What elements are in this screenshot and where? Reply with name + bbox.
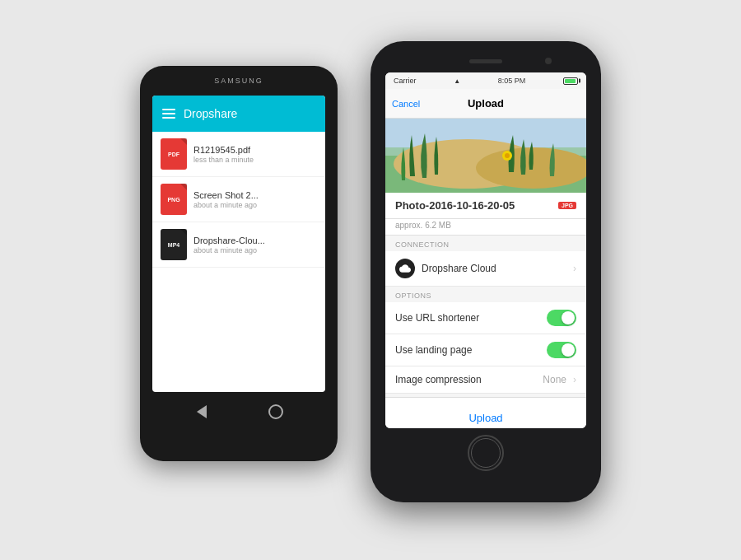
jpg-badge: JPG bbox=[558, 202, 576, 209]
list-item[interactable]: PNG Screen Shot 2... about a minute ago bbox=[152, 177, 325, 222]
landing-page-toggle[interactable] bbox=[547, 342, 576, 358]
file-info: Dropshare-Clou... about a minute ago bbox=[193, 236, 317, 254]
battery-icon bbox=[563, 77, 578, 85]
connection-label: Dropshare Cloud bbox=[422, 263, 566, 274]
file-name: Screen Shot 2... bbox=[193, 190, 317, 200]
app-title: Dropshare bbox=[184, 107, 237, 120]
android-brand-label: SAMSUNG bbox=[214, 77, 263, 85]
ios-nav-bar: Cancel Upload bbox=[385, 89, 586, 119]
iphone-camera bbox=[545, 58, 552, 64]
status-right bbox=[563, 77, 578, 85]
cancel-button[interactable]: Cancel bbox=[392, 99, 420, 109]
url-shortener-label: Use URL shortener bbox=[395, 312, 540, 324]
wifi-icon: ▲ bbox=[454, 77, 460, 85]
time-label: 8:05 PM bbox=[498, 77, 526, 85]
list-item[interactable]: MP4 Dropshare-Clou... about a minute ago bbox=[152, 222, 325, 268]
upload-btn-bar: Upload bbox=[385, 397, 586, 428]
home-button[interactable] bbox=[268, 404, 284, 420]
android-phone: SAMSUNG Dropshare PDF R1219545.pdf less … bbox=[140, 66, 338, 461]
mp4-icon: MP4 bbox=[161, 229, 187, 260]
iphone-screen: Carrier ▲ 8:05 PM Cancel Upload bbox=[385, 72, 586, 428]
upload-button[interactable]: Upload bbox=[395, 404, 576, 428]
list-item[interactable]: PDF R1219545.pdf less than a minute bbox=[152, 132, 325, 177]
chevron-right-icon: › bbox=[573, 263, 576, 274]
home-button-inner bbox=[471, 438, 501, 468]
file-info: Screen Shot 2... about a minute ago bbox=[193, 190, 317, 209]
photo-name: Photo-2016-10-16-20-05 bbox=[395, 199, 553, 212]
connection-section-label: CONNECTION bbox=[385, 236, 586, 251]
file-name: Dropshare-Clou... bbox=[193, 236, 317, 245]
android-top-bar: SAMSUNG bbox=[140, 66, 338, 92]
hamburger-icon[interactable] bbox=[162, 109, 175, 119]
file-time: about a minute ago bbox=[193, 201, 317, 209]
landing-page-label: Use landing page bbox=[395, 344, 540, 356]
home-button[interactable] bbox=[468, 435, 504, 471]
connection-row[interactable]: Dropshare Cloud › bbox=[385, 251, 586, 287]
options-section-label: OPTIONS bbox=[385, 287, 586, 302]
android-bottom-bar bbox=[140, 392, 338, 432]
iphone-speaker bbox=[469, 59, 502, 63]
carrier-label: Carrier bbox=[394, 77, 417, 85]
photo-size: approx. 6.2 MB bbox=[385, 219, 586, 236]
svg-point-6 bbox=[505, 153, 510, 158]
image-compression-label: Image compression bbox=[395, 374, 536, 385]
url-shortener-row[interactable]: Use URL shortener bbox=[385, 302, 586, 334]
landing-page-row[interactable]: Use landing page bbox=[385, 334, 586, 366]
ios-status-bar: Carrier ▲ 8:05 PM bbox=[385, 72, 586, 89]
phones-container: SAMSUNG Dropshare PDF R1219545.pdf less … bbox=[140, 41, 601, 519]
cloud-icon bbox=[395, 259, 415, 278]
url-shortener-toggle[interactable] bbox=[547, 310, 576, 326]
iphone-top bbox=[370, 49, 601, 72]
chevron-right-icon: › bbox=[573, 374, 576, 385]
image-compression-value: None bbox=[543, 374, 566, 385]
photo-header: Photo-2016-10-16-20-05 JPG bbox=[385, 193, 586, 219]
android-app-header: Dropshare bbox=[152, 96, 325, 132]
file-time: less than a minute bbox=[193, 156, 317, 164]
file-name: R1219545.pdf bbox=[193, 145, 317, 155]
back-button[interactable] bbox=[193, 404, 210, 420]
png-icon: PNG bbox=[161, 184, 187, 215]
pdf-icon: PDF bbox=[161, 138, 187, 170]
iphone: Carrier ▲ 8:05 PM Cancel Upload bbox=[370, 41, 601, 502]
image-compression-row[interactable]: Image compression None › bbox=[385, 366, 586, 394]
file-list: PDF R1219545.pdf less than a minute PNG … bbox=[152, 132, 325, 268]
file-info: R1219545.pdf less than a minute bbox=[193, 145, 317, 164]
file-time: about a minute ago bbox=[193, 246, 317, 254]
android-screen: Dropshare PDF R1219545.pdf less than a m… bbox=[152, 96, 325, 392]
image-preview bbox=[385, 119, 586, 193]
ios-content: Photo-2016-10-16-20-05 JPG approx. 6.2 M… bbox=[385, 193, 586, 428]
